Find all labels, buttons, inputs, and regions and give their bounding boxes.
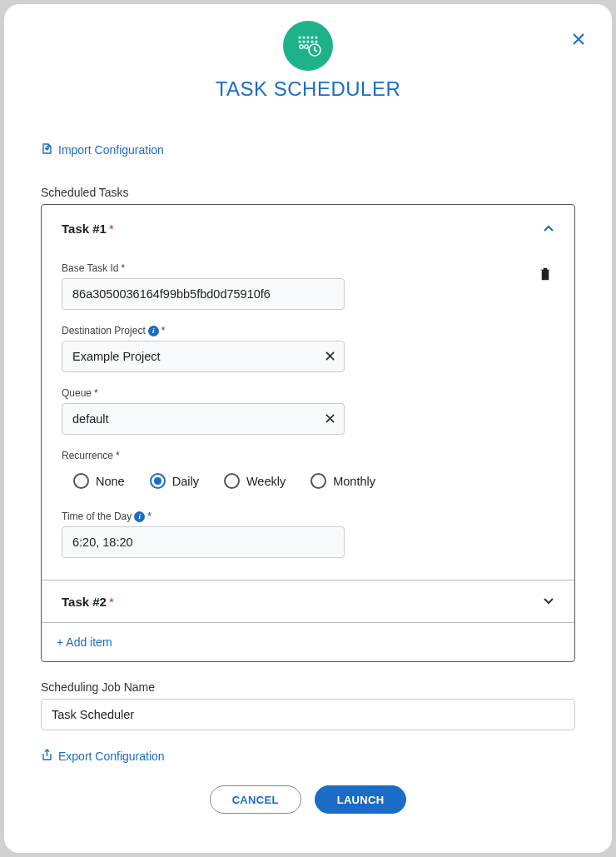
svg-point-11 <box>305 45 308 48</box>
export-configuration-link[interactable]: Export Configuration <box>41 749 165 764</box>
svg-point-6 <box>302 40 305 42</box>
radio-checked-icon <box>150 473 166 489</box>
time-of-day-input[interactable] <box>62 526 345 558</box>
clear-destination-icon[interactable]: ✕ <box>324 347 336 366</box>
launch-button[interactable]: LAUNCH <box>315 785 407 814</box>
cancel-button[interactable]: CANCEL <box>210 785 301 814</box>
add-item-row: + Add item <box>42 622 574 661</box>
recurrence-option-weekly[interactable]: Weekly <box>224 473 286 489</box>
recurrence-label: Recurrence* <box>62 450 554 461</box>
export-link-label: Export Configuration <box>58 750 165 763</box>
svg-point-1 <box>302 36 305 38</box>
base-task-id-label: Base Task Id* <box>62 262 554 274</box>
import-link-label: Import Configuration <box>58 143 164 157</box>
scheduling-job-name-label: Scheduling Job Name <box>41 680 575 694</box>
button-row: CANCEL LAUNCH <box>41 785 575 817</box>
tasks-container: Task #1* Base Task Id* Destination Proje… <box>41 204 575 662</box>
svg-point-4 <box>315 36 317 38</box>
svg-point-5 <box>298 40 301 42</box>
task-1-body: Base Task Id* Destination Project i* ✕ Q… <box>42 262 574 580</box>
task-2-title: Task #2* <box>62 595 114 609</box>
info-icon[interactable]: i <box>148 326 159 336</box>
destination-project-input[interactable] <box>62 341 345 372</box>
recurrence-option-monthly[interactable]: Monthly <box>310 473 375 489</box>
scheduling-job-name-input[interactable] <box>41 699 575 730</box>
recurrence-option-none[interactable]: None <box>73 473 125 489</box>
modal-title: TASK SCHEDULER <box>41 77 575 101</box>
radio-icon <box>310 473 326 489</box>
recurrence-options: None Daily Weekly Monthly <box>62 473 554 489</box>
svg-point-2 <box>306 36 309 38</box>
svg-point-3 <box>310 36 313 38</box>
task-1-title: Task #1* <box>62 222 114 236</box>
queue-label: Queue* <box>62 387 554 399</box>
chevron-down-icon <box>543 594 554 609</box>
task-1-header[interactable]: Task #1* <box>42 205 574 247</box>
base-task-id-input[interactable] <box>62 278 345 310</box>
delete-task-button[interactable] <box>539 267 551 284</box>
import-configuration-link[interactable]: Import Configuration <box>41 142 164 157</box>
info-icon[interactable]: i <box>134 511 145 522</box>
add-item-link[interactable]: + Add item <box>57 635 112 649</box>
destination-project-label: Destination Project i* <box>62 325 554 336</box>
radio-icon <box>224 473 240 489</box>
export-icon <box>41 749 53 764</box>
trash-icon <box>539 269 551 283</box>
svg-point-9 <box>315 40 317 42</box>
time-of-day-label: Time of the Day i* <box>62 511 554 522</box>
task-scheduler-modal: TASK SCHEDULER Import Configuration Sche… <box>4 4 612 853</box>
close-icon[interactable] <box>572 31 585 50</box>
chevron-up-icon <box>543 222 554 236</box>
recurrence-option-daily[interactable]: Daily <box>150 473 199 489</box>
task-2-header[interactable]: Task #2* <box>42 580 574 622</box>
scheduled-tasks-label: Scheduled Tasks <box>41 186 575 199</box>
queue-input[interactable] <box>62 403 345 435</box>
svg-point-8 <box>310 40 313 42</box>
radio-icon <box>73 473 89 489</box>
svg-point-0 <box>298 36 301 38</box>
svg-point-10 <box>300 45 303 48</box>
import-icon <box>41 142 53 157</box>
clear-queue-icon[interactable]: ✕ <box>324 410 336 428</box>
svg-point-7 <box>306 40 309 42</box>
scheduler-logo-icon <box>283 21 333 71</box>
